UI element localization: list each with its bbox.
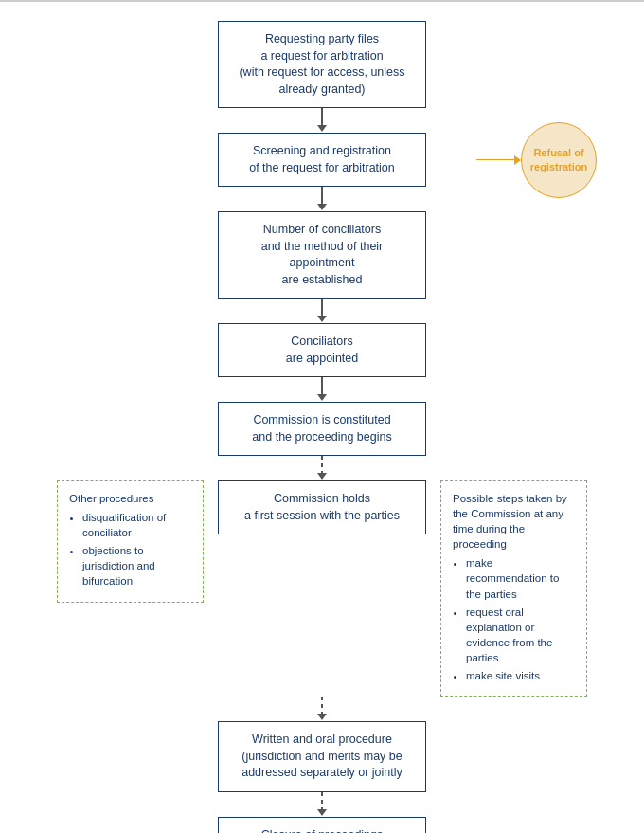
written-oral-line1: Written and oral procedure: [252, 733, 392, 746]
commission-constituted-line1: Commission is constituted: [253, 413, 390, 426]
refusal-text: Refusal of registration: [522, 146, 596, 173]
box-requesting: Requesting party files a request for arb…: [218, 21, 426, 108]
right-item-2: request oral explanation or evidence fro…: [466, 605, 575, 665]
box-conciliators: Conciliators are appointed: [218, 323, 426, 377]
right-side-col: Possible steps taken by the Commission a…: [440, 480, 587, 697]
arrow-5-dashed: [317, 456, 327, 480]
requesting-line3: (with request for access, unless: [239, 65, 404, 79]
box-commission-holds: Commission holds a first session with th…: [218, 480, 426, 534]
conciliators-line1: Conciliators: [291, 335, 352, 348]
left-side-list: disqualification of conciliator objectio…: [69, 510, 191, 589]
right-side-box: Possible steps taken by the Commission a…: [440, 480, 587, 697]
arrow-4: [317, 377, 327, 402]
requesting-line4: already granted): [278, 82, 365, 96]
right-side-title: Possible steps taken by the Commission a…: [453, 491, 575, 552]
left-item-1: disqualification of conciliator: [82, 510, 191, 540]
left-item-2: objections to jurisdiction and bifurcati…: [82, 543, 191, 589]
commission-constituted-line2: and the proceeding begins: [252, 430, 391, 444]
right-item-3: make site visits: [466, 668, 575, 683]
conciliators-line2: are appointed: [286, 352, 358, 365]
box-commission-constituted: Commission is constituted and the procee…: [218, 402, 426, 456]
right-side-list: make recommendation to the parties reque…: [453, 555, 575, 683]
session-row: Other procedures disqualification of con…: [19, 480, 625, 697]
box-closure: Closure of proceedings: [218, 817, 426, 833]
left-side-box: Other procedures disqualification of con…: [57, 480, 204, 603]
right-item-1: make recommendation to the parties: [466, 555, 575, 601]
commission-holds-line1: Commission holds: [274, 492, 370, 505]
arrow-3: [317, 299, 327, 323]
closure-line1: Closure of proceedings: [261, 828, 384, 833]
commission-holds-line2: a first session with the parties: [244, 509, 400, 522]
box-number: Number of conciliators and the method of…: [218, 211, 426, 299]
number-line2: and the method of their appointment: [261, 240, 384, 270]
written-oral-line3: addressed separately or jointly: [242, 766, 402, 779]
arrow-6-dashed: [317, 697, 327, 721]
left-side-col: Other procedures disqualification of con…: [57, 480, 204, 603]
left-side-title: Other procedures: [69, 491, 191, 506]
screening-row: Screening and registration of the reques…: [19, 133, 625, 187]
requesting-line2: a request for arbitration: [260, 49, 383, 63]
flowchart: Requesting party files a request for arb…: [0, 11, 644, 833]
screening-line1: Screening and registration: [253, 144, 391, 157]
refusal-bubble: Refusal of registration: [521, 122, 597, 198]
arrow-7-dashed: [317, 792, 327, 817]
box-screening: Screening and registration of the reques…: [218, 133, 426, 187]
screening-line2: of the request for arbitration: [249, 161, 395, 174]
refusal-arrow: [476, 155, 521, 165]
arrow-1: [317, 108, 327, 133]
center-col: Commission holds a first session with th…: [218, 480, 426, 534]
number-line3: are established: [282, 273, 363, 286]
number-line1: Number of conciliators: [263, 223, 381, 236]
box-written-oral: Written and oral procedure (jurisdiction…: [218, 721, 426, 792]
arrow-2: [317, 187, 327, 211]
written-oral-line2: (jurisdiction and merits may be: [242, 750, 402, 763]
requesting-line1: Requesting party files: [265, 32, 379, 45]
